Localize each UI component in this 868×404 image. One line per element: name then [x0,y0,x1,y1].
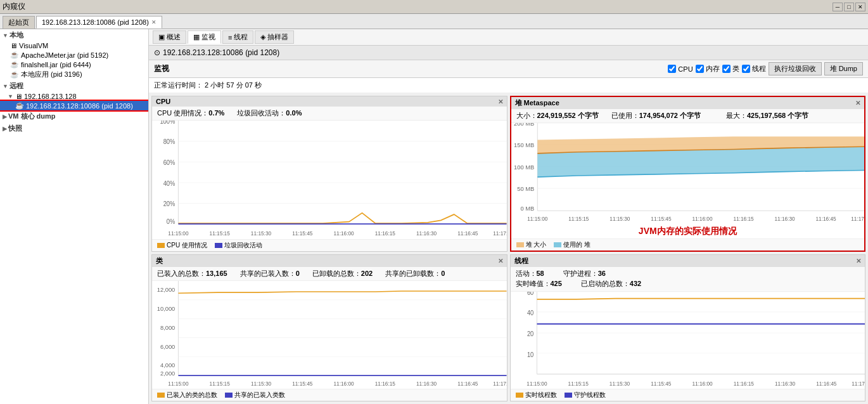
monitor-toolbar-left: 监视 [154,63,169,74]
thread-checkbox[interactable] [742,65,750,73]
checkbox-thread[interactable]: 线程 [742,64,766,74]
tab-connection[interactable]: 192.168.213.128:10086 (pid 1208) ✕ [36,16,162,29]
subtab-sampler[interactable]: ◈ 抽样器 [255,30,294,44]
svg-text:11:16:30: 11:16:30 [416,230,437,237]
class-chart-close[interactable]: ✕ [498,257,503,264]
sidebar-item-finalshell-label: finalshell.jar (pid 6444) [21,61,91,68]
title-bar: 内窥仪 ─ □ ✕ [0,0,868,14]
legend-gc-color [215,243,222,248]
monitor-toolbar-right: CPU 内存 类 线程 执行垃圾回收 堆 Dump [668,62,863,75]
tab-start[interactable]: 起始页 [3,16,35,29]
svg-text:11:15:45: 11:15:45 [292,230,312,237]
sidebar-item-remote-conn[interactable]: ☕ 192.168.213.128:10086 (pid 1208) [0,101,148,110]
sidebar-item-jmeter[interactable]: ☕ ApacheJMeter.jar (pid 5192) [0,50,148,60]
sidebar-section-snapshot-label: 快照 [8,124,22,133]
class-shared-loaded-label: 共享的已装入数：0 [240,269,300,278]
class-chart-title: 类 [156,256,163,266]
heap-chart-legend: 堆 大小 使用的 堆 [511,238,865,251]
cpu-chart-title: CPU [156,98,170,105]
legend-class-shared: 共享的已装入类数 [225,391,285,400]
monitor-icon: ▦ [193,33,200,41]
svg-text:11:16:00: 11:16:00 [333,230,354,237]
svg-text:11:16:00: 11:16:00 [333,381,354,387]
sidebar-header-vm[interactable]: ▶ VM 核心 dump [0,110,148,122]
svg-text:6,000: 6,000 [160,342,175,349]
svg-text:0%: 0% [167,218,176,226]
cpu-checkbox[interactable] [668,65,676,73]
legend-cpu-color [157,243,165,248]
heap-chart-close[interactable]: ✕ [855,100,860,107]
checkbox-class[interactable]: 类 [722,64,739,74]
svg-text:11:16:45: 11:16:45 [457,381,478,387]
tab-connection-label: 192.168.213.128:10086 (pid 1208) [42,18,149,26]
cpu-chart-svg: 100% 80% 60% 40% 20% 0% 11:15:00 [152,121,507,239]
connection-header: ⊙ 192.168.213.128:10086 (pid 1208) [149,46,868,60]
svg-text:11:16:00: 11:16:00 [692,380,712,387]
tab-close-icon[interactable]: ✕ [151,19,156,25]
svg-text:12,000: 12,000 [157,285,175,292]
subtab-threads[interactable]: ≡ 线程 [222,30,253,44]
svg-text:11:16:30: 11:16:30 [774,216,795,222]
svg-text:4,000: 4,000 [160,362,175,368]
heap-chart-body: 200 MB 150 MB 100 MB 50 MB 0 MB [511,123,865,225]
jvm-annotation: JVM内存的实际使用情况 [511,225,865,238]
localapp-icon: ☕ [10,70,19,79]
close-button[interactable]: ✕ [855,3,865,11]
class-chart-panel: 类 ✕ 已装入的总数：13,165 共享的已装入数：0 已卸载的总数：202 共… [151,254,507,401]
cpu-chart-stats: CPU 使用情况：0.7% 垃圾回收活动：0.0% [152,107,507,121]
svg-text:11:16:00: 11:16:00 [692,216,712,222]
thread-stats-row-1: 活动：58 守护进程：36 [516,269,860,278]
minimize-button[interactable]: ─ [833,3,843,11]
legend-thread-daemon: 守护线程数 [565,391,606,400]
class-checkbox[interactable] [722,65,731,73]
tree-arrow-snapshot: ▶ [3,126,7,132]
thread-active-label: 活动：58 [516,269,544,278]
cpu-chart-panel: CPU ✕ CPU 使用情况：0.7% 垃圾回收活动：0.0% [151,96,507,252]
svg-text:11:17:00: 11:17:00 [851,216,864,222]
svg-text:11:15:00: 11:15:00 [168,230,188,237]
legend-heap-size-color [516,242,524,247]
right-panel: ▣ 概述 ▦ 监视 ≡ 线程 ◈ 抽样器 ⊙ 192.16 [149,29,868,404]
sidebar-item-visualvm[interactable]: 🖥 VisualVM [0,41,148,50]
svg-text:11:16:30: 11:16:30 [774,380,795,387]
sidebar-item-finalshell[interactable]: ☕ finalshell.jar (pid 6444) [0,60,148,69]
heap-chart-panel: 堆 Metaspace ✕ 大小：224,919,552 个字节 已使用：174… [510,96,866,252]
sidebar-item-remote-host[interactable]: ▼ 🖥 192.168.213.128 [0,92,148,101]
svg-text:11:17:00: 11:17:00 [493,230,506,237]
maximize-button[interactable]: □ [844,3,854,11]
sidebar-item-remote-conn-label: 192.168.213.128:10086 (pid 1208) [26,102,133,110]
sidebar-section-vm-label: VM 核心 dump [8,112,56,121]
svg-text:20%: 20% [163,200,176,208]
mem-checkbox[interactable] [696,65,704,73]
cpu-usage-label: CPU 使用情况：0.7% [157,108,224,118]
thread-chart-legend: 实时线程数 守护线程数 [511,389,865,401]
checkbox-mem[interactable]: 内存 [696,64,720,74]
sidebar-item-localapp[interactable]: ☕ 本地应用 (pid 3196) [0,69,148,80]
app-title: 内窥仪 [3,1,25,12]
gc-button[interactable]: 执行垃圾回收 [769,62,822,75]
legend-thread-live: 实时线程数 [516,391,557,400]
thread-chart-panel: 线程 ✕ 活动：58 守护进程：36 实时峰值：425 已启动的总数：432 [510,254,866,401]
uptime-label: 正常运行时间： [154,81,203,89]
sidebar-section-local-label: 本地 [10,30,23,40]
sidebar-header-snapshot[interactable]: ▶ 快照 [0,122,148,134]
thread-total-label: 已启动的总数：432 [581,279,641,289]
sidebar-header-remote[interactable]: ▼ 远程 [0,80,148,92]
heap-dump-button[interactable]: 堆 Dump [824,62,863,75]
legend-class-shared-color [225,393,233,398]
tree-arrow-local: ▼ [3,32,8,39]
svg-text:11:15:00: 11:15:00 [527,216,547,222]
thread-chart-close[interactable]: ✕ [856,257,861,264]
visualvm-icon: 🖥 [10,42,17,49]
checkbox-cpu[interactable]: CPU [668,65,692,73]
svg-text:11:15:30: 11:15:30 [610,216,630,222]
subtab-overview[interactable]: ▣ 概述 [153,30,186,44]
tree-arrow-remote: ▼ [3,83,8,89]
svg-text:11:16:15: 11:16:15 [733,380,753,387]
cpu-chart-close[interactable]: ✕ [498,98,503,105]
legend-class-loaded-label: 已装入的类的总数 [167,391,217,400]
thread-chart-stats: 活动：58 守护进程：36 实时峰值：425 已启动的总数：432 [511,267,865,292]
sidebar-header-local[interactable]: ▼ 本地 [0,29,148,41]
subtab-monitor[interactable]: ▦ 监视 [188,30,221,44]
svg-text:11:15:45: 11:15:45 [651,216,671,222]
